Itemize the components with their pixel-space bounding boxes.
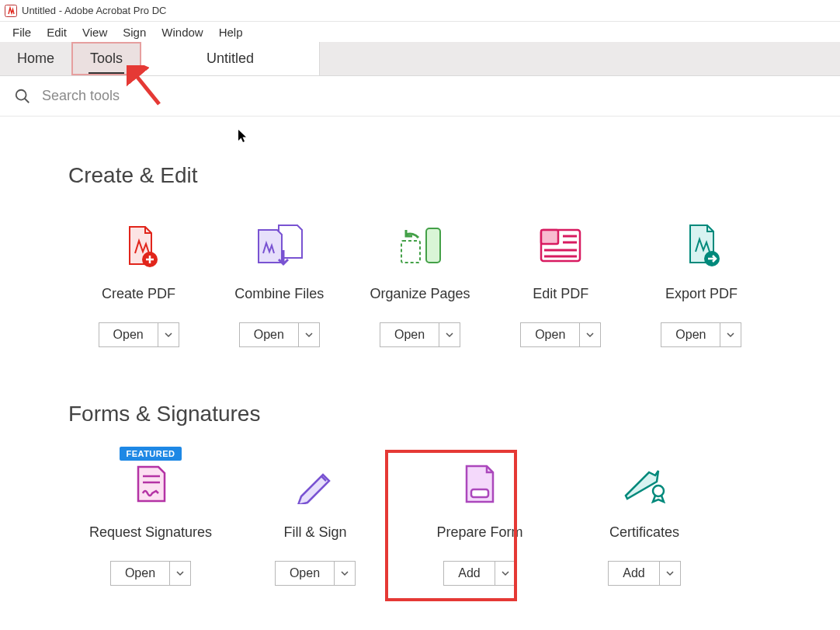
tool-row-forms: FEATURED Request Signatures Open xyxy=(68,458,772,586)
dropdown-button[interactable] xyxy=(495,561,516,586)
chevron-down-icon xyxy=(165,331,172,339)
menu-edit[interactable]: Edit xyxy=(39,23,75,41)
tab-document[interactable]: Untitled xyxy=(141,42,320,75)
tool-label: Export PDF xyxy=(665,286,738,302)
section-create-edit-heading: Create & Edit xyxy=(68,163,772,188)
combine-files-icon xyxy=(252,219,307,272)
tab-tools[interactable]: Tools xyxy=(71,42,141,75)
search-bar xyxy=(0,76,840,117)
tool-edit-pdf[interactable]: Edit PDF Open xyxy=(491,219,631,347)
tool-label: Combine Files xyxy=(234,286,324,302)
chevron-down-icon xyxy=(176,569,184,577)
chevron-down-icon xyxy=(446,331,453,339)
menu-window[interactable]: Window xyxy=(154,23,210,41)
dropdown-button[interactable] xyxy=(439,322,460,347)
dropdown-button[interactable] xyxy=(720,322,741,347)
tool-certificates[interactable]: Certificates Add xyxy=(562,458,727,586)
chevron-down-icon xyxy=(305,331,313,339)
edit-pdf-icon xyxy=(538,219,583,272)
open-button[interactable]: Open xyxy=(380,322,439,347)
svg-rect-5 xyxy=(426,228,440,263)
create-pdf-icon xyxy=(116,219,162,272)
svg-rect-16 xyxy=(471,489,488,497)
dropdown-button[interactable] xyxy=(660,561,681,586)
menu-bar: File Edit View Sign Window Help xyxy=(0,22,840,42)
tool-prepare-form[interactable]: Prepare Form Add xyxy=(397,458,562,586)
dropdown-button[interactable] xyxy=(335,561,356,586)
dropdown-button[interactable] xyxy=(170,561,191,586)
dropdown-button[interactable] xyxy=(580,322,601,347)
window-titlebar: Untitled - Adobe Acrobat Pro DC xyxy=(0,0,840,22)
tool-label: Fill & Sign xyxy=(283,524,346,541)
tools-content: Create & Edit Create PDF Open xyxy=(0,163,840,586)
tool-organize-pages[interactable]: Organize Pages Open xyxy=(349,219,490,347)
open-button[interactable]: Open xyxy=(275,561,335,586)
open-button[interactable]: Open xyxy=(99,322,158,347)
prepare-form-icon xyxy=(462,458,498,510)
add-button[interactable]: Add xyxy=(443,561,495,586)
tool-label: Create PDF xyxy=(102,286,175,302)
organize-pages-icon xyxy=(395,219,445,272)
tool-fill-sign[interactable]: Fill & Sign Open xyxy=(233,458,397,586)
open-button[interactable]: Open xyxy=(110,561,170,586)
window-title: Untitled - Adobe Acrobat Pro DC xyxy=(22,5,166,16)
fill-sign-icon xyxy=(293,458,337,510)
tool-label: Request Signatures xyxy=(89,524,212,541)
cursor-icon xyxy=(238,129,248,143)
tool-label: Edit PDF xyxy=(533,286,588,302)
svg-point-2 xyxy=(16,89,26,99)
search-input[interactable] xyxy=(40,87,826,105)
search-icon xyxy=(14,88,31,105)
tool-label: Organize Pages xyxy=(370,286,470,302)
open-button[interactable]: Open xyxy=(239,322,299,347)
request-signatures-icon xyxy=(130,458,171,510)
featured-badge: FEATURED xyxy=(120,447,181,461)
svg-line-3 xyxy=(25,98,30,103)
app-icon xyxy=(5,5,17,17)
svg-rect-8 xyxy=(541,230,558,244)
certificates-icon xyxy=(621,458,668,510)
section-forms-heading: Forms & Signatures xyxy=(68,402,772,426)
chevron-down-icon xyxy=(666,569,674,577)
tool-label: Prepare Form xyxy=(436,524,522,541)
tool-combine-files[interactable]: Combine Files Open xyxy=(209,219,349,347)
tool-label: Certificates xyxy=(609,524,679,541)
menu-help[interactable]: Help xyxy=(211,23,251,41)
tab-home[interactable]: Home xyxy=(0,42,71,75)
tool-request-signatures[interactable]: FEATURED Request Signatures Open xyxy=(68,458,233,586)
export-pdf-icon xyxy=(678,219,724,272)
dropdown-button[interactable] xyxy=(299,322,320,347)
menu-view[interactable]: View xyxy=(75,23,115,41)
open-button[interactable]: Open xyxy=(661,322,720,347)
tool-create-pdf[interactable]: Create PDF Open xyxy=(68,219,209,347)
tool-export-pdf[interactable]: Export PDF Open xyxy=(631,219,772,347)
menu-file[interactable]: File xyxy=(5,23,39,41)
chevron-down-icon xyxy=(502,569,509,577)
chevron-down-icon xyxy=(341,569,349,577)
tool-row-create-edit: Create PDF Open Combine Files Open xyxy=(68,219,772,347)
dropdown-button[interactable] xyxy=(158,322,179,347)
open-button[interactable]: Open xyxy=(520,322,580,347)
svg-rect-6 xyxy=(401,241,420,263)
tab-bar: Home Tools Untitled xyxy=(0,42,840,76)
chevron-down-icon xyxy=(586,331,594,339)
chevron-down-icon xyxy=(727,331,734,339)
add-button[interactable]: Add xyxy=(608,561,659,586)
menu-sign[interactable]: Sign xyxy=(115,23,154,41)
svg-point-17 xyxy=(653,486,664,496)
